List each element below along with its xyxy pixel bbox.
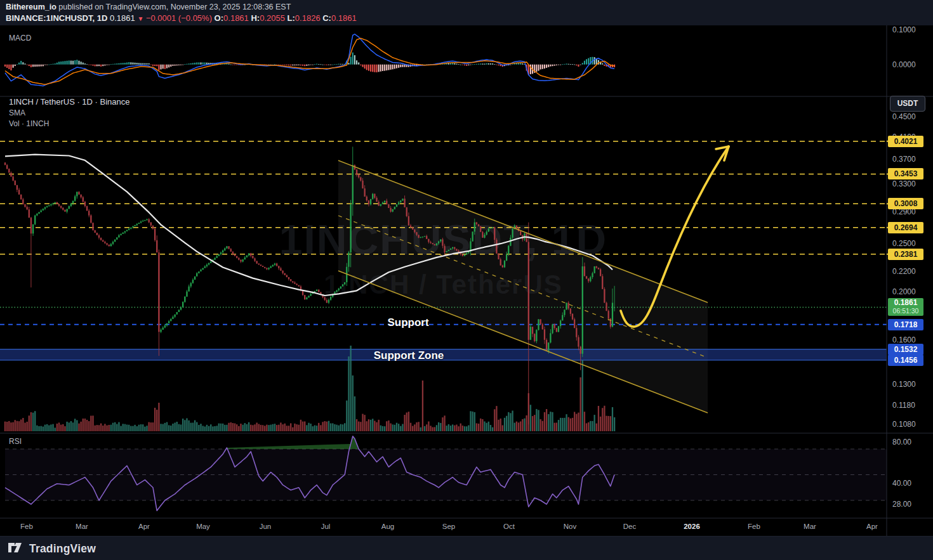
macd-axis-label: 0.0000 <box>892 60 916 69</box>
time-axis-label[interactable]: Sep <box>442 523 455 530</box>
target-price-tag: 0.4021 <box>888 136 923 147</box>
published-chart-page: Bithereum_io published on TradingView.co… <box>0 0 933 560</box>
footer-bar: TradingView <box>0 536 933 560</box>
target-price-tag: 0.3008 <box>888 198 923 209</box>
close-label: C: <box>322 13 331 23</box>
down-triangle-icon: ▼ <box>137 15 143 22</box>
low-value: 0.1826 <box>295 13 321 23</box>
time-axis-label[interactable]: Feb <box>748 523 760 530</box>
time-axis-label[interactable]: 2026 <box>684 523 700 530</box>
time-axis-label[interactable]: Nov <box>564 523 576 530</box>
support-zone-annotation: Support Zone <box>374 349 444 362</box>
price-axis-label: 0.1180 <box>892 401 915 410</box>
macd-axis-label: 0.1000 <box>892 25 916 34</box>
rsi-axis-label: 80.00 <box>892 438 911 446</box>
close-value: 0.1861 <box>331 13 357 23</box>
tradingview-logo-icon[interactable] <box>8 542 25 556</box>
rsi-axis-label: 28.00 <box>892 500 911 509</box>
price-axis-label: 0.1080 <box>892 420 916 429</box>
time-axis-label[interactable]: Jun <box>260 523 272 530</box>
target-price-tag: 0.2381 <box>888 249 923 260</box>
rsi-pane-label[interactable]: RSI <box>9 437 22 446</box>
countdown-timer: 06:51:30 <box>888 307 923 315</box>
main-pane-title[interactable]: 1INCH / TetherUS · 1D · Binance <box>9 97 130 107</box>
time-axis-label[interactable]: Apr <box>866 523 878 530</box>
price-axis-label: 0.4500 <box>892 112 916 121</box>
published-text: published on TradingView.com, November 2… <box>56 3 291 11</box>
published-line: Bithereum_io published on TradingView.co… <box>6 3 291 11</box>
macd-pane-label[interactable]: MACD <box>9 34 31 42</box>
time-axis-label[interactable]: Apr <box>138 523 150 530</box>
header-bar: Bithereum_io published on TradingView.co… <box>0 0 933 25</box>
price-axis-label: 0.3700 <box>892 155 916 164</box>
sma-indicator-label[interactable]: SMA <box>9 108 25 117</box>
time-axis-label[interactable]: Dec <box>623 523 636 530</box>
open-label: O: <box>215 13 223 23</box>
target-price-tag: 0.3453 <box>888 168 923 179</box>
support-price-tag: 0.1456 <box>888 355 923 366</box>
chart-canvas[interactable] <box>0 0 933 560</box>
price-change: −0.0001 (−0.05%) <box>146 13 212 23</box>
price-axis-label: 0.2500 <box>892 239 916 248</box>
currency-usdt-button[interactable]: USDT <box>890 96 925 112</box>
high-label: H: <box>251 13 260 23</box>
time-axis-label[interactable]: Mar <box>804 523 816 530</box>
time-axis-label[interactable]: Oct <box>503 523 515 530</box>
time-axis-label[interactable]: Aug <box>381 523 394 530</box>
publisher-link[interactable]: Bithereum_io <box>6 3 56 11</box>
symbol-line: BINANCE:1INCHUSDT, 1D 0.1861 ▼ −0.0001 (… <box>6 13 357 23</box>
support-price-tag: 0.1532 <box>888 344 923 355</box>
support-annotation: Support <box>387 316 428 329</box>
low-label: L: <box>288 13 295 23</box>
current-price-tag: 0.186106:51:30 <box>888 298 923 316</box>
target-price-tag: 0.2694 <box>888 222 923 233</box>
volume-indicator-label[interactable]: Vol · 1INCH <box>9 119 49 128</box>
time-axis-label[interactable]: Feb <box>20 523 33 530</box>
time-axis-label[interactable]: May <box>196 523 210 530</box>
price-axis-label: 0.3300 <box>892 179 916 188</box>
price-axis-label: 0.1600 <box>892 335 916 344</box>
rsi-axis-label: 40.00 <box>892 479 911 488</box>
tradingview-brand[interactable]: TradingView <box>29 542 96 556</box>
time-axis-label[interactable]: Mar <box>76 523 88 530</box>
price-axis-label: 0.2200 <box>892 267 916 276</box>
price-axis-label: 0.2000 <box>892 287 916 296</box>
last-price: 0.1861 <box>110 13 135 23</box>
high-value: 0.2055 <box>260 13 285 23</box>
time-axis-label[interactable]: Jul <box>321 523 331 530</box>
price-axis-label: 0.1300 <box>892 380 916 389</box>
symbol-name[interactable]: BINANCE:1INCHUSDT, 1D <box>6 13 107 23</box>
open-value: 0.1861 <box>223 13 249 23</box>
support-price-tag: 0.1718 <box>888 319 923 330</box>
